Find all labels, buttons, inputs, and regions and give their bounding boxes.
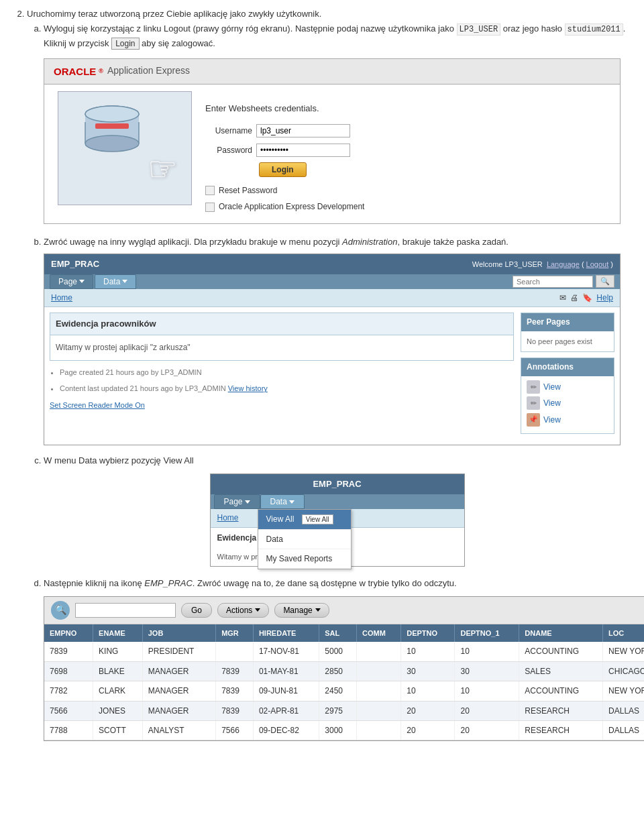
oracle-dev-checkbox[interactable] — [205, 203, 215, 212]
login-word: Login — [111, 38, 139, 50]
dm-data-btn[interactable]: Data — [260, 494, 305, 509]
help-link[interactable]: Help — [596, 291, 613, 304]
bookmark-icon[interactable]: 🔖 — [582, 291, 592, 304]
annotation-icon-2: ✏ — [527, 396, 540, 410]
table-cell: 7782 — [44, 681, 93, 701]
col-sal: SAL — [319, 624, 357, 643]
annotation-icon-1: ✏ — [527, 380, 540, 394]
login-button[interactable]: Login — [259, 162, 307, 177]
home-link[interactable]: Home — [51, 291, 72, 304]
app-body: Ewidencja pracowników Witamy w prostej a… — [44, 307, 620, 445]
print-icon[interactable]: 🖨 — [570, 291, 578, 304]
dm-data-label: Data — [270, 497, 287, 506]
item2d-italic: EMP_PRAC — [144, 578, 193, 588]
annotation-item-3: 📌 View — [527, 413, 608, 427]
data-table: EMPNO ENAME JOB MGR HIREDATE SAL COMM DE… — [44, 624, 644, 741]
search-button[interactable]: 🔍 — [596, 275, 614, 288]
table-cell: RESEARCH — [519, 720, 603, 740]
dm-mysaved-item[interactable]: My Saved Reports — [258, 549, 351, 569]
app-info-list: Page created 21 hours ago by LP3_ADMIN C… — [50, 366, 514, 395]
oracle-logo: ORACLE® — [54, 63, 103, 80]
table-search-input[interactable] — [75, 603, 176, 618]
go-button[interactable]: Go — [181, 603, 212, 618]
app-navbar: Page Data 🔍 — [44, 274, 620, 289]
app-top-right: Welcome LP3_USER Language ( Logout ) — [472, 258, 613, 271]
table-cell: ACCOUNTING — [519, 681, 603, 701]
data-menu-screenshot: EMP_PRAC Page Data — [210, 473, 465, 567]
table-cell — [216, 642, 254, 661]
card-body: Witamy w prostej aplikacji "z arkusza" — [50, 335, 513, 359]
page-menu-arrow — [79, 280, 85, 283]
language-link[interactable]: Language — [547, 260, 580, 268]
table-cell: RESEARCH — [519, 701, 603, 720]
col-deptno1: DEPTNO_1 — [455, 624, 519, 643]
item2b-text: Zwróć uwagę na inny wygląd aplikacji. Dl… — [44, 237, 342, 247]
username-row: Username — [205, 124, 606, 137]
col-hiredate: HIREDATE — [253, 624, 319, 643]
table-cell: CLARK — [93, 681, 143, 701]
table-cell — [357, 681, 401, 701]
table-cell: 2975 — [319, 701, 357, 720]
actions-button[interactable]: Actions — [217, 603, 269, 618]
col-mgr: MGR — [216, 624, 254, 643]
table-row: 7782CLARKMANAGER783909-JUN-8124501010ACC… — [44, 681, 644, 701]
actions-arrow — [255, 608, 260, 612]
table-cell: 3000 — [319, 720, 357, 740]
table-cell: PRESIDENT — [142, 642, 215, 661]
table-toolbar: 🔍 Go Actions Manage — [44, 597, 644, 624]
page-menu-label: Page — [58, 277, 77, 286]
table-cell: MANAGER — [142, 701, 215, 720]
annotations-body: ✏ View ✏ View 📌 — [521, 376, 614, 433]
screen-reader-link[interactable]: Set Screen Reader Mode On — [50, 399, 514, 412]
col-dname: DNAME — [519, 624, 603, 643]
peer-pages-body: No peer pages exist — [521, 331, 614, 352]
table-cell — [357, 661, 401, 681]
table-body: 7839KINGPRESIDENT17-NOV-8150001010ACCOUN… — [44, 642, 644, 740]
apex-title: Application Express — [107, 63, 190, 79]
dm-home-link[interactable]: Home — [217, 513, 239, 522]
username-label: Username — [205, 124, 252, 137]
table-cell: MANAGER — [142, 681, 215, 701]
password-input[interactable] — [256, 144, 350, 157]
dm-data-item[interactable]: Data — [258, 530, 351, 549]
svg-point-2 — [85, 135, 139, 152]
email-icon[interactable]: ✉ — [559, 291, 566, 304]
data-menu-btn[interactable]: Data — [95, 274, 136, 289]
username-input[interactable] — [256, 124, 350, 137]
table-cell: DALLAS — [603, 701, 644, 720]
view-link-3[interactable]: View — [543, 413, 561, 427]
col-ename: ENAME — [93, 624, 143, 643]
dm-viewall-item[interactable]: View All View All — [258, 510, 351, 529]
table-cell: 7839 — [216, 681, 254, 701]
info1: Page created 21 hours ago by LP3_ADMIN — [60, 368, 202, 376]
code-lp3user: LP3_USER — [457, 23, 501, 36]
dm-page-btn[interactable]: Page — [214, 494, 260, 509]
view-history-link[interactable]: View history — [228, 384, 268, 392]
table-cell: 17-NOV-81 — [253, 642, 319, 661]
info2: Content last updated 21 hours ago by LP3… — [60, 384, 226, 392]
table-cell: 09-JUN-81 — [253, 681, 319, 701]
password-row: Password — [205, 144, 606, 157]
annotation-item-2: ✏ View — [527, 396, 608, 410]
page-menu-btn[interactable]: Page — [50, 274, 93, 289]
col-job: JOB — [142, 624, 215, 643]
main-card: Ewidencja pracowników Witamy w prostej a… — [50, 313, 514, 360]
table-cell: MANAGER — [142, 661, 215, 681]
item2a-text2: oraz jego hasło — [500, 23, 564, 34]
dm-nav-bar: Page Data View All View All — [211, 494, 464, 509]
search-input[interactable] — [513, 276, 593, 288]
manage-button[interactable]: Manage — [274, 603, 329, 618]
view-link-1[interactable]: View — [543, 380, 561, 394]
login-screenshot: ORACLE® Application Express — [44, 58, 621, 224]
reset-checkbox[interactable] — [205, 186, 215, 195]
table-cell: DALLAS — [603, 720, 644, 740]
reset-password-row: Reset Password — [205, 184, 606, 197]
table-cell: 20 — [401, 701, 455, 720]
registered-mark: ® — [99, 66, 103, 76]
app-name-header: EMP_PRAC — [51, 257, 99, 272]
table-cell: BLAKE — [93, 661, 143, 681]
apex-header: ORACLE® Application Express — [44, 59, 620, 85]
logout-link[interactable]: Logout — [586, 260, 609, 268]
view-link-2[interactable]: View — [543, 396, 561, 410]
svg-rect-6 — [95, 123, 129, 129]
